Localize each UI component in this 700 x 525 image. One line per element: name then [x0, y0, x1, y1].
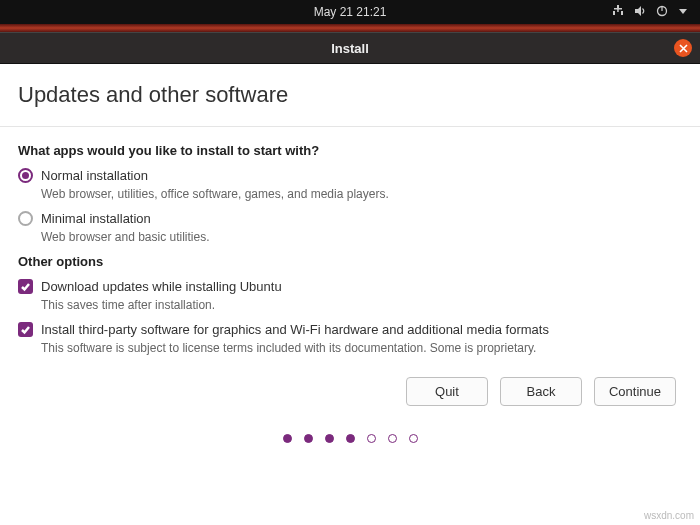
option-normal-label: Normal installation: [41, 168, 148, 183]
continue-button[interactable]: Continue: [594, 377, 676, 406]
svg-rect-2: [621, 11, 623, 15]
progress-dot-4: [346, 434, 355, 443]
volume-icon[interactable]: [634, 5, 646, 20]
thirdparty-label: Install third-party software for graphic…: [41, 322, 549, 337]
other-options-title: Other options: [18, 254, 682, 269]
progress-dots: [18, 434, 682, 443]
progress-dot-6: [388, 434, 397, 443]
option-normal[interactable]: Normal installation: [18, 168, 682, 183]
page-title: Updates and other software: [18, 82, 682, 108]
svg-marker-5: [635, 6, 641, 16]
close-icon: [679, 41, 688, 56]
divider: [0, 126, 700, 127]
close-button[interactable]: [674, 39, 692, 57]
quit-button[interactable]: Quit: [406, 377, 488, 406]
page-body: Updates and other software What apps wou…: [0, 64, 700, 443]
svg-marker-8: [679, 9, 687, 14]
download-updates-label: Download updates while installing Ubuntu: [41, 279, 282, 294]
button-row: Quit Back Continue: [18, 377, 682, 406]
option-normal-desc: Web browser, utilities, office software,…: [41, 187, 682, 201]
svg-rect-1: [613, 11, 615, 15]
clock[interactable]: May 21 21:21: [314, 5, 387, 19]
chevron-down-icon[interactable]: [678, 5, 688, 19]
checkbox-download-updates[interactable]: [18, 279, 33, 294]
option-minimal-desc: Web browser and basic utilities.: [41, 230, 682, 244]
option-download-updates[interactable]: Download updates while installing Ubuntu: [18, 279, 682, 294]
progress-dot-2: [304, 434, 313, 443]
checkbox-thirdparty[interactable]: [18, 322, 33, 337]
accent-bar: [0, 24, 700, 32]
option-thirdparty[interactable]: Install third-party software for graphic…: [18, 322, 682, 337]
svg-rect-7: [661, 6, 662, 11]
radio-normal[interactable]: [18, 168, 33, 183]
svg-rect-4: [617, 8, 619, 12]
power-icon[interactable]: [656, 5, 668, 20]
system-topbar: May 21 21:21: [0, 0, 700, 24]
network-icon[interactable]: [612, 5, 624, 20]
apps-question: What apps would you like to install to s…: [18, 143, 682, 158]
back-button[interactable]: Back: [500, 377, 582, 406]
thirdparty-desc: This software is subject to license term…: [41, 341, 682, 355]
progress-dot-3: [325, 434, 334, 443]
window-title: Install: [331, 41, 369, 56]
watermark: wsxdn.com: [644, 510, 694, 521]
progress-dot-5: [367, 434, 376, 443]
download-updates-desc: This saves time after installation.: [41, 298, 682, 312]
system-tray[interactable]: [612, 5, 700, 20]
progress-dot-1: [283, 434, 292, 443]
progress-dot-7: [409, 434, 418, 443]
radio-minimal[interactable]: [18, 211, 33, 226]
option-minimal-label: Minimal installation: [41, 211, 151, 226]
option-minimal[interactable]: Minimal installation: [18, 211, 682, 226]
window-titlebar: Install: [0, 32, 700, 64]
